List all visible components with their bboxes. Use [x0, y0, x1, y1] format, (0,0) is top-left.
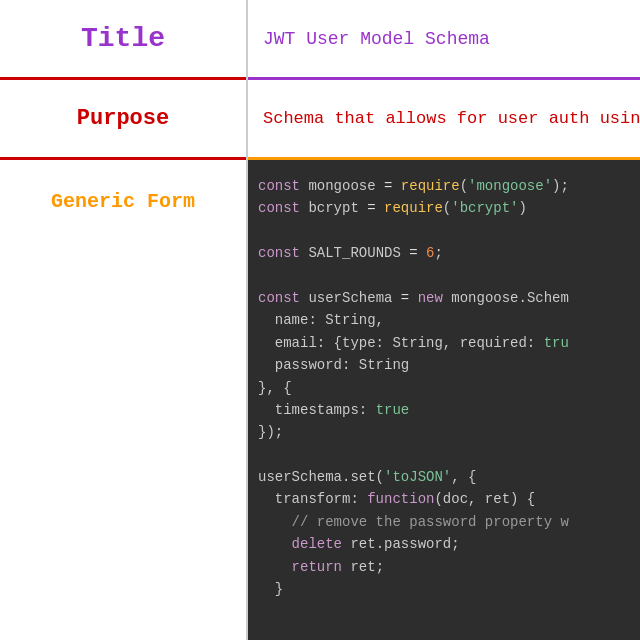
generic-form-section: Generic Form	[0, 160, 246, 640]
generic-form-label: Generic Form	[51, 190, 195, 213]
code-section: const mongoose = require('mongoose'); co…	[248, 160, 640, 640]
code-block: const mongoose = require('mongoose'); co…	[258, 175, 640, 600]
title-section: Title	[0, 0, 246, 80]
right-panel: JWT User Model Schema Schema that allows…	[248, 0, 640, 640]
title-display-section: JWT User Model Schema	[248, 0, 640, 80]
title-label: Title	[81, 23, 165, 54]
purpose-display-section: Schema that allows for user auth using	[248, 80, 640, 160]
purpose-display-text: Schema that allows for user auth using	[263, 109, 640, 128]
left-panel: Title Purpose Generic Form	[0, 0, 248, 640]
title-display-text: JWT User Model Schema	[263, 29, 490, 49]
purpose-section: Purpose	[0, 80, 246, 160]
purpose-label: Purpose	[77, 106, 169, 131]
